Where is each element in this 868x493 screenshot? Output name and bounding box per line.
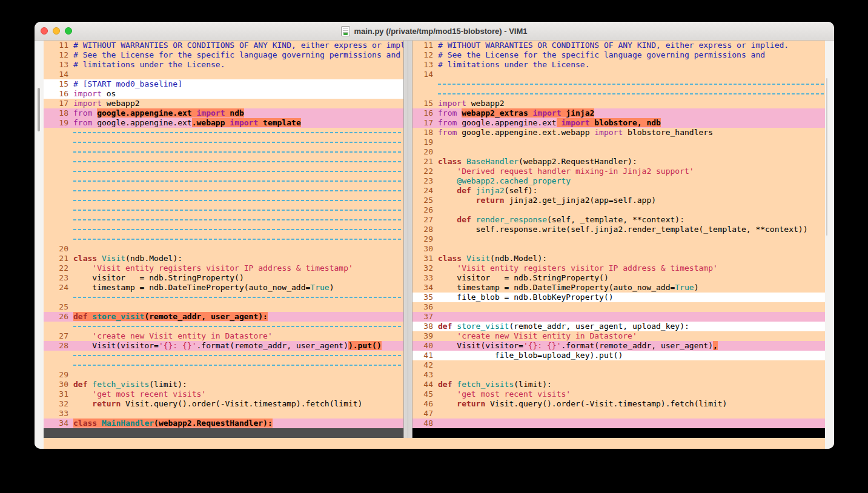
code-row[interactable]: 34 timestamp = ndb.DateTimeProperty(auto… <box>412 283 825 293</box>
titlebar[interactable]: main.py (/private/tmp/mod15-blobstore) -… <box>35 22 834 41</box>
code-row[interactable] <box>44 360 403 370</box>
code-row[interactable]: 34class MainHandler(webapp2.RequestHandl… <box>44 419 403 428</box>
code-row[interactable]: 41 file_blob=upload_key).put() <box>412 351 825 360</box>
code-row[interactable]: 18from google.appengine.ext.webapp impor… <box>412 128 825 137</box>
code-row[interactable]: 21class BaseHandler(webapp2.RequestHandl… <box>412 157 825 167</box>
code-row[interactable]: 30def fetch_visits(limit): <box>44 380 403 389</box>
code-row[interactable]: 30 <box>412 244 825 254</box>
code-row[interactable]: 16from webapp2_extras import jinja2 <box>412 108 825 118</box>
code-row[interactable]: 48 <box>412 419 825 428</box>
code-row[interactable]: 14 <box>412 70 825 79</box>
code-row[interactable]: 26def store_visit(remote_addr, user_agen… <box>44 312 403 322</box>
code-row[interactable]: 14 <box>44 70 403 79</box>
code-row[interactable]: 13# limitations under the License. <box>44 60 403 70</box>
code-row[interactable]: 37 <box>412 312 825 322</box>
code-row[interactable]: 16import os <box>44 89 403 99</box>
code-row[interactable] <box>44 225 403 234</box>
code-row[interactable]: 25 return jinja2.get_jinja2(app=self.app… <box>412 196 825 205</box>
code-row[interactable]: 23 visitor = ndb.StringProperty() <box>44 273 403 283</box>
close-button[interactable] <box>41 27 48 35</box>
code-row[interactable] <box>44 128 403 137</box>
code-row[interactable]: 36 <box>412 302 825 312</box>
code-row[interactable]: 22 'Derived request handler mixing-in Ji… <box>412 167 825 176</box>
code-row[interactable]: 39 'create new Visit entity in Datastore… <box>412 331 825 341</box>
code-row[interactable]: 24 def jinja2(self): <box>412 186 825 196</box>
command-line[interactable] <box>44 438 825 449</box>
code-row[interactable]: 29 <box>44 370 403 380</box>
code-row[interactable]: 20 <box>412 147 825 157</box>
line-number: 18 <box>44 108 73 118</box>
left-scrollbar[interactable] <box>35 41 44 438</box>
code-row[interactable]: 12# See the License for the specific lan… <box>412 50 825 60</box>
code-row[interactable]: 22 'Visit entity registers visitor IP ad… <box>44 263 403 273</box>
code-row[interactable]: 31 'get most recent visits' <box>44 389 403 399</box>
code-row[interactable] <box>44 147 403 157</box>
code-row[interactable]: 23 @webapp2.cached_property <box>412 176 825 186</box>
line-number: 15 <box>44 79 73 89</box>
right-pane[interactable]: 11# WITHOUT WARRANTIES OR CONDITIONS OF … <box>412 41 825 438</box>
right-pane-rows[interactable]: 11# WITHOUT WARRANTIES OR CONDITIONS OF … <box>412 41 825 428</box>
code-row[interactable]: 17import webapp2 <box>44 99 403 108</box>
code-row[interactable] <box>44 293 403 302</box>
left-statusline[interactable]: mod0-baseline/main.py <box>44 428 403 438</box>
code-row[interactable]: 28 Visit(visitor='{}: {}'.format(remote_… <box>44 341 403 351</box>
code-row[interactable]: 25 <box>44 302 403 312</box>
minimize-button[interactable] <box>53 27 60 35</box>
code-row[interactable]: 40 Visit(visitor='{}: {}'.format(remote_… <box>412 341 825 351</box>
code-row[interactable]: 32 'Visit entity registers visitor IP ad… <box>412 263 825 273</box>
code-row[interactable] <box>44 234 403 244</box>
right-statusline[interactable]: mod15-blobstore/main.py <box>412 428 825 438</box>
left-pane-rows[interactable]: 11# WITHOUT WARRANTIES OR CONDITIONS OF … <box>44 41 403 428</box>
code-row[interactable] <box>412 89 825 99</box>
code-row[interactable]: 11# WITHOUT WARRANTIES OR CONDITIONS OF … <box>44 41 403 50</box>
code-row[interactable]: 27 'create new Visit entity in Datastore… <box>44 331 403 341</box>
code-row[interactable] <box>44 176 403 186</box>
code-row[interactable] <box>44 186 403 196</box>
code-row[interactable]: 12# See the License for the specific lan… <box>44 50 403 60</box>
code-row[interactable]: 31class Visit(ndb.Model): <box>412 254 825 263</box>
code-row[interactable]: 21class Visit(ndb.Model): <box>44 254 403 263</box>
code-row[interactable]: 32 return Visit.query().order(-Visit.tim… <box>44 399 403 409</box>
code-row[interactable]: 35 file_blob = ndb.BlobKeyProperty() <box>412 293 825 302</box>
code-row[interactable]: 19 <box>412 137 825 147</box>
code-row[interactable] <box>44 137 403 147</box>
code-row[interactable]: 47 <box>412 409 825 419</box>
code-row[interactable]: 46 return Visit.query().order(-Visit.tim… <box>412 399 825 409</box>
code-row[interactable]: 27 def render_response(self, _template, … <box>412 215 825 225</box>
code-row[interactable] <box>412 79 825 89</box>
code-row[interactable]: 33 visitor = ndb.StringProperty() <box>412 273 825 283</box>
code-row[interactable]: 26 <box>412 205 825 215</box>
code-row[interactable]: 13# limitations under the License. <box>412 60 825 70</box>
code-row[interactable]: 18from google.appengine.ext import ndb <box>44 108 403 118</box>
code-row[interactable]: 15import webapp2 <box>412 99 825 108</box>
code-row[interactable] <box>44 322 403 331</box>
code-row[interactable] <box>44 215 403 225</box>
line-number: 23 <box>412 176 438 186</box>
code-row[interactable]: 29 <box>412 234 825 244</box>
code-row[interactable]: 17from google.appengine.ext import blobs… <box>412 118 825 128</box>
left-pane[interactable]: 11# WITHOUT WARRANTIES OR CONDITIONS OF … <box>44 41 403 438</box>
code-row[interactable]: 43 <box>412 370 825 380</box>
code-row[interactable] <box>44 167 403 176</box>
code-row[interactable] <box>44 351 403 360</box>
code-row[interactable]: 33 <box>44 409 403 419</box>
code-text <box>73 351 403 360</box>
code-row[interactable]: 11# WITHOUT WARRANTIES OR CONDITIONS OF … <box>412 41 825 50</box>
diff-filler-dashes <box>73 365 402 366</box>
code-row[interactable]: 15# [START mod0_baseline] <box>44 79 403 89</box>
code-row[interactable]: 24 timestamp = ndb.DateTimeProperty(auto… <box>44 283 403 293</box>
code-row[interactable]: 19from google.appengine.ext.webapp impor… <box>44 118 403 128</box>
code-row[interactable]: 20 <box>44 244 403 254</box>
code-row[interactable] <box>44 157 403 167</box>
zoom-button[interactable] <box>65 27 72 35</box>
code-row[interactable]: 44def fetch_visits(limit): <box>412 380 825 389</box>
code-row[interactable]: 28 self.response.write(self.jinja2.rende… <box>412 225 825 234</box>
code-row[interactable]: 42 <box>412 360 825 370</box>
pane-separator[interactable] <box>403 41 412 438</box>
code-row[interactable] <box>44 196 403 205</box>
right-scrollbar[interactable] <box>825 41 834 438</box>
code-row[interactable] <box>44 205 403 215</box>
code-row[interactable]: 45 'get most recent visits' <box>412 389 825 399</box>
code-text <box>438 205 825 215</box>
code-row[interactable]: 38def store_visit(remote_addr, user_agen… <box>412 322 825 331</box>
